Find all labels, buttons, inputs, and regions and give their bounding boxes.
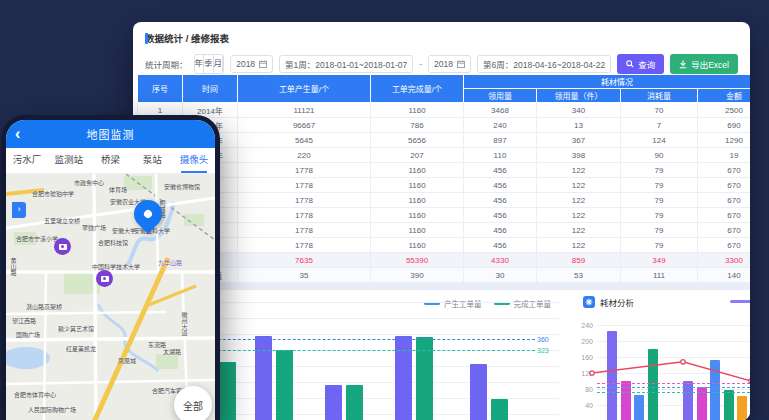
table-row: 32016年564556568973671241290	[138, 133, 751, 148]
trend-line	[575, 290, 750, 420]
table-cell: 1160	[371, 163, 464, 178]
table-cell: 122	[537, 193, 621, 208]
page-title: 数据统计 / 维修报表	[145, 31, 229, 45]
table-cell: 240	[464, 118, 537, 133]
map-label: 徽州大道	[180, 312, 189, 336]
desktop: { "colors": { "accent_blue": "#2f7cf6", …	[0, 0, 769, 420]
map-view[interactable]: 市政务中心合肥市琥珀中学体育场安徽农业大学安徽省博物馆五里墩立交桥合肥市宁溪小学…	[6, 174, 215, 420]
period-option-3[interactable]: 周	[223, 55, 224, 73]
table-cell: 1160	[371, 103, 464, 118]
map-expand-button[interactable]: ›	[12, 202, 26, 218]
table-cell: 456	[464, 208, 537, 223]
phone-tab-3[interactable]: 泵站	[131, 148, 173, 173]
table-cell: 398	[537, 148, 621, 163]
table-cell: 1778	[238, 163, 371, 178]
camera-marker[interactable]	[96, 270, 113, 287]
table-cell: 110	[464, 148, 537, 163]
phone-tab-4[interactable]: 摄像头	[173, 148, 215, 173]
range-separator: -	[419, 59, 422, 69]
table-cell: 96667	[238, 118, 371, 133]
phone-tab-2[interactable]: 桥梁	[90, 148, 132, 173]
year-end-select[interactable]: 2018	[428, 55, 471, 73]
map-label: 九华山路	[158, 258, 182, 267]
map-label: 红星美凯龙	[66, 344, 96, 353]
show-all-button[interactable]: 全部	[174, 386, 212, 420]
col-header-2: 工单产生量/个	[238, 75, 371, 103]
year-start-select[interactable]: 2018	[230, 55, 273, 73]
table-cell: 897	[464, 133, 537, 148]
map-label: 中国科学技术大学	[92, 262, 140, 271]
phone-tab-1[interactable]: 监测站	[48, 148, 90, 173]
section-divider	[133, 282, 750, 290]
table-row: 9第5周1778116045612279670	[138, 223, 751, 238]
bar-完成工单量-1	[276, 350, 293, 420]
table-cell: 122	[537, 238, 621, 253]
average-row: 平均值353903053111140	[138, 268, 751, 283]
map-label: 望江西路	[12, 316, 36, 325]
phone-screen: ‹ 地图监测 污水厂监测站桥梁泵站摄像头	[6, 120, 215, 420]
table-cell: 55390	[371, 253, 464, 268]
table-cell: 670	[698, 223, 751, 238]
table-cell: 670	[698, 238, 751, 253]
query-button[interactable]: 查询	[617, 54, 664, 74]
table-cell: 7	[621, 118, 698, 133]
table-cell: 786	[371, 118, 464, 133]
table-cell: 53	[537, 268, 621, 283]
reference-label: 323	[537, 346, 549, 353]
week-start-input[interactable]: 第1周：2018-01-01~2018-01-07	[279, 55, 413, 73]
map-label: 市政务中心	[74, 178, 104, 187]
map-label: 潜山路高架桥	[26, 302, 62, 311]
table-cell: 456	[464, 163, 537, 178]
phone-header: ‹ 地图监测	[6, 120, 215, 148]
table-cell: 79	[621, 223, 698, 238]
table-cell: 1778	[238, 238, 371, 253]
table-row: 12014年1112111603468340702500	[138, 103, 751, 118]
table-cell: 670	[698, 193, 751, 208]
table-cell: 122	[537, 208, 621, 223]
table-cell: 670	[698, 208, 751, 223]
table-cell: 122	[537, 223, 621, 238]
table-row: 6第2周1778116045612279670	[138, 178, 751, 193]
camera-icon	[101, 276, 109, 282]
table-cell: 79	[621, 178, 698, 193]
phone-tab-0[interactable]: 污水厂	[6, 148, 48, 173]
table-cell: 3300	[698, 253, 751, 268]
period-segmented-control[interactable]: 年季月周日	[194, 54, 225, 74]
table-cell: 1160	[371, 223, 464, 238]
breadcrumb: 数据统计 / 维修报表	[133, 22, 750, 50]
table-cell: 207	[371, 148, 464, 163]
map-label: 合肥市宁溪小学	[16, 234, 58, 243]
col-header-3: 工单完成量/个	[371, 75, 464, 103]
camera-icon	[59, 244, 67, 250]
table-cell: 4330	[464, 253, 537, 268]
legend-swatch	[730, 300, 750, 303]
table-cell: 390	[371, 268, 464, 283]
table-cell: 690	[698, 118, 751, 133]
week-end-input[interactable]: 第6周：2018-04-16~2018-04-22	[477, 55, 611, 73]
table-cell: 456	[464, 238, 537, 253]
camera-marker[interactable]	[54, 238, 71, 255]
table-row: 10第6周1778116045612279670	[138, 238, 751, 253]
back-icon[interactable]: ‹	[15, 121, 20, 147]
sub-col-header-3: 金额	[698, 89, 751, 103]
export-excel-button[interactable]: 导出Excel	[670, 54, 738, 74]
sub-col-header-1: 领用量（件）	[537, 89, 621, 103]
table-cell: 1778	[238, 223, 371, 238]
table-cell: 111	[621, 268, 698, 283]
period-option-2[interactable]: 月	[214, 55, 224, 73]
download-icon	[679, 60, 687, 69]
group-header: 耗材情况	[464, 75, 751, 89]
col-header-1: 时间	[183, 75, 238, 103]
charts-section: 产生工单量完成工单量 360323 耗材分析 2402001601208040	[133, 290, 750, 420]
table-cell: 79	[621, 193, 698, 208]
table-cell: 349	[621, 253, 698, 268]
period-option-0[interactable]: 年	[195, 55, 205, 73]
table-cell: 1160	[371, 193, 464, 208]
pin-dot	[142, 208, 153, 219]
map-label: 五里墩立交桥	[44, 216, 80, 225]
consumable-analysis-chart: 耗材分析 2402001601208040	[575, 290, 750, 420]
bar-产生工单量-1	[255, 336, 272, 420]
table-cell: 456	[464, 193, 537, 208]
period-option-1[interactable]: 季	[204, 55, 214, 73]
table-header: 序号时间工单产生量/个工单完成量/个耗材情况领用量领用量（件）消耗量金额	[138, 75, 751, 103]
